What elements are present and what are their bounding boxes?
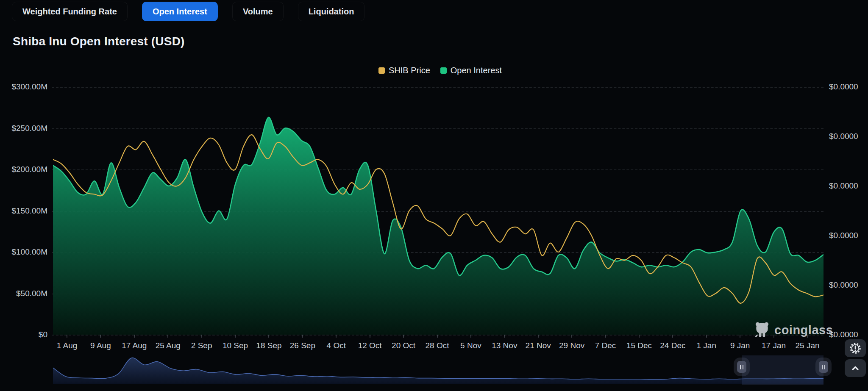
- x-axis-label: 9 Aug: [90, 341, 111, 350]
- open-interest-swatch: [440, 67, 447, 74]
- chart-settings-button[interactable]: [845, 339, 866, 357]
- x-axis-tick: [403, 335, 404, 338]
- x-axis-label: 1 Jan: [697, 341, 716, 350]
- x-axis-label: 1 Aug: [57, 341, 78, 350]
- x-axis-tick: [571, 335, 572, 338]
- x-axis-tick: [336, 335, 337, 338]
- x-axis-tick: [100, 335, 101, 338]
- x-axis-label: 5 Nov: [460, 341, 481, 350]
- x-axis-label: 25 Aug: [156, 341, 181, 350]
- y-axis-left-label: $0: [0, 330, 47, 339]
- legend-item-open-interest[interactable]: Open Interest: [440, 66, 502, 75]
- legend-label: SHIB Price: [389, 66, 430, 75]
- legend-item-shib-price[interactable]: SHIB Price: [378, 66, 430, 75]
- x-axis-tick: [605, 335, 606, 338]
- navigator-selected-range[interactable]: [742, 355, 823, 385]
- x-axis-tick: [67, 335, 67, 338]
- x-axis-label: 7 Dec: [595, 341, 616, 350]
- y-axis-right-label: $0.0000: [829, 132, 858, 141]
- x-axis-tick: [706, 335, 707, 338]
- watermark-text: coinglass: [774, 323, 833, 337]
- x-axis-label: 28 Oct: [426, 341, 449, 350]
- x-axis-label: 24 Dec: [660, 341, 685, 350]
- x-axis-label: 17 Aug: [122, 341, 147, 350]
- chevron-up-icon: [850, 363, 861, 374]
- y-axis-left-label: $150.00M: [0, 206, 47, 216]
- navigator-minimap[interactable]: [53, 356, 823, 384]
- x-axis-label: 21 Nov: [526, 341, 551, 350]
- x-axis-label: 2 Sep: [191, 341, 212, 350]
- x-axis-tick: [302, 335, 303, 338]
- x-axis-label: 18 Sep: [256, 341, 281, 350]
- x-axis-label: 15 Dec: [626, 341, 652, 350]
- x-axis-tick: [134, 335, 135, 338]
- x-axis-tick: [740, 335, 740, 338]
- x-axis-label: 13 Nov: [492, 341, 517, 350]
- scroll-to-top-button[interactable]: [845, 359, 866, 377]
- y-axis-left-label: $300.00M: [0, 82, 47, 92]
- x-axis-label: 4 Oct: [327, 341, 346, 350]
- tab-volume[interactable]: Volume: [232, 2, 284, 21]
- tab-weighted-funding-rate[interactable]: Weighted Funding Rate: [12, 2, 128, 21]
- tab-bar: Weighted Funding RateOpen InterestVolume…: [12, 1, 364, 22]
- x-axis-tick: [201, 335, 202, 338]
- legend-label: Open Interest: [451, 66, 502, 75]
- x-axis-tick: [437, 335, 438, 338]
- x-axis-label: 25 Jan: [795, 341, 819, 350]
- y-axis-right-label: $0.0000: [829, 82, 858, 92]
- coinglass-watermark: coinglass: [754, 321, 833, 339]
- page-title: Shiba Inu Open Interest (USD): [13, 35, 185, 48]
- shib-price-swatch: [378, 67, 385, 74]
- main-chart[interactable]: [53, 87, 823, 335]
- coinglass-bull-logo-icon: [754, 321, 770, 339]
- x-axis-tick: [235, 335, 236, 338]
- x-axis-label: 20 Oct: [392, 341, 415, 350]
- y-axis-left-label: $200.00M: [0, 165, 47, 174]
- navigator-area-series: [53, 358, 823, 384]
- y-axis-left-label: $50.00M: [0, 289, 47, 298]
- x-axis-tick: [167, 335, 168, 338]
- x-axis-tick: [504, 335, 505, 338]
- x-axis-tick: [268, 335, 269, 338]
- tab-open-interest[interactable]: Open Interest: [142, 2, 218, 21]
- tab-liquidation[interactable]: Liquidation: [298, 2, 365, 21]
- x-axis-label: 29 Nov: [559, 341, 584, 350]
- y-axis-right-label: $0.0000: [829, 231, 858, 240]
- x-axis-tick: [639, 335, 640, 338]
- x-axis-label: 26 Sep: [290, 341, 315, 350]
- gear-alert-icon: [849, 342, 861, 354]
- navigator-right-handle[interactable]: [819, 361, 828, 373]
- y-axis-left-label: $100.00M: [0, 247, 47, 257]
- x-axis-tick: [470, 335, 471, 338]
- x-axis-tick: [672, 335, 673, 338]
- x-axis-label: 12 Oct: [358, 341, 382, 350]
- y-axis-right-label: $0.0000: [829, 280, 858, 290]
- chart-legend: SHIB PriceOpen Interest: [378, 66, 502, 75]
- y-axis-right-label: $0.0000: [829, 181, 858, 191]
- x-axis-tick: [538, 335, 539, 338]
- x-axis-label: 10 Sep: [223, 341, 248, 350]
- x-axis-tick: [370, 335, 370, 338]
- navigator-left-handle[interactable]: [737, 361, 746, 373]
- y-axis-right-label: $0.0000: [829, 330, 858, 339]
- y-axis-left-label: $250.00M: [0, 124, 47, 133]
- x-axis-label: 9 Jan: [730, 341, 750, 350]
- x-axis-label: 17 Jan: [762, 341, 786, 350]
